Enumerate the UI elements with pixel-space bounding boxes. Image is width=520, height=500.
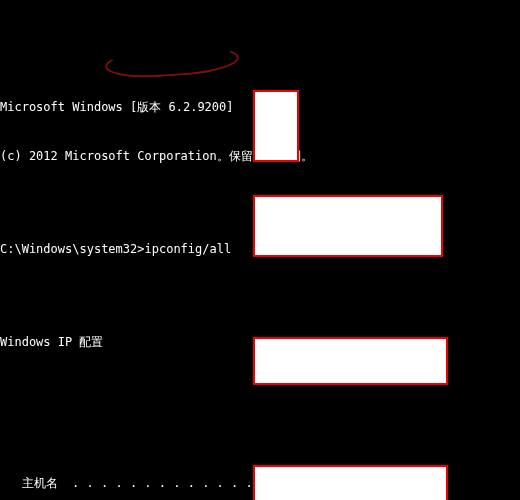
prompt-command: ipconfig/all — [145, 242, 232, 256]
redaction-box-3 — [253, 465, 448, 500]
redaction-box-1 — [253, 195, 443, 257]
redaction-box-0 — [253, 90, 299, 162]
redaction-box-2 — [253, 337, 448, 385]
prompt-path: C:\Windows\system32> — [0, 242, 145, 256]
